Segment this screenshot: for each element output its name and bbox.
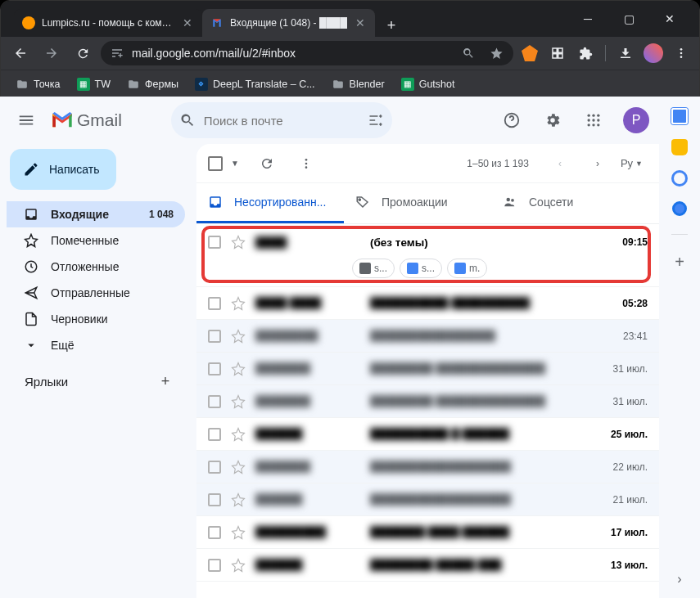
bookmark-label: Blender bbox=[350, 79, 385, 90]
extension-icon[interactable] bbox=[546, 42, 569, 65]
sidebar-item-draft[interactable]: Черновики bbox=[7, 306, 185, 332]
profile-avatar[interactable] bbox=[642, 42, 665, 65]
select-dropdown-icon[interactable]: ▼ bbox=[228, 159, 242, 168]
sidebar-item-more[interactable]: Ещё bbox=[7, 332, 185, 358]
tasks-app-icon[interactable] bbox=[671, 170, 688, 187]
mail-row[interactable]: ██████ ████████ █████ ███ 13 июл. bbox=[196, 549, 659, 582]
mail-row[interactable]: ██████ ██████████ █ ██████ 25 июл. bbox=[196, 418, 659, 451]
row-checkbox[interactable] bbox=[208, 493, 221, 506]
reload-button[interactable] bbox=[70, 40, 96, 66]
attachment-chip[interactable]: m. bbox=[447, 259, 487, 278]
bookmark-item[interactable]: ▦TW bbox=[70, 74, 117, 94]
extension-metamask-icon[interactable] bbox=[518, 42, 541, 65]
sidebar-item-star[interactable]: Помеченные bbox=[7, 227, 185, 254]
row-checkbox[interactable] bbox=[208, 362, 221, 375]
tab-close-icon[interactable]: ✕ bbox=[181, 16, 194, 29]
contacts-app-icon[interactable] bbox=[672, 201, 687, 216]
maximize-button[interactable]: ▢ bbox=[612, 6, 645, 32]
mail-row[interactable]: ████ ████ ██████████ ██████████ 05:28 bbox=[196, 287, 659, 320]
search-box[interactable] bbox=[171, 102, 392, 138]
row-checkbox[interactable] bbox=[208, 526, 221, 539]
browser-tab-lumpics[interactable]: Lumpics.ru - помощь с компью ✕ bbox=[14, 9, 202, 37]
sidebar-item-clock[interactable]: Отложенные bbox=[7, 254, 185, 280]
bookmark-item[interactable]: Blender bbox=[325, 75, 391, 93]
row-checkbox[interactable] bbox=[208, 330, 221, 343]
bookmark-item[interactable]: Точка bbox=[9, 75, 67, 93]
browser-menu-icon[interactable] bbox=[670, 42, 693, 65]
mail-icon bbox=[359, 263, 371, 274]
star-icon[interactable] bbox=[231, 460, 247, 474]
mail-list[interactable]: ████ (без темы) 09:15 s...s...m. ████ ██… bbox=[196, 224, 659, 598]
mail-row[interactable]: ███████ ████████ ██████████████ 31 июл. bbox=[196, 353, 659, 385]
search-input[interactable] bbox=[204, 114, 359, 128]
star-icon[interactable] bbox=[231, 296, 247, 311]
downloads-icon[interactable] bbox=[614, 42, 637, 65]
clock-icon bbox=[23, 259, 39, 274]
row-subject: (без темы) bbox=[370, 236, 603, 249]
minimize-button[interactable]: ─ bbox=[571, 6, 604, 32]
star-icon[interactable] bbox=[231, 394, 247, 409]
mail-row[interactable]: ██████ ██████████████████ 21 июл. bbox=[196, 483, 659, 516]
prev-page-button[interactable]: ‹ bbox=[545, 149, 575, 178]
star-icon[interactable] bbox=[231, 362, 247, 376]
star-icon[interactable] bbox=[231, 492, 247, 507]
close-window-button[interactable]: ✕ bbox=[653, 6, 686, 32]
main-menu-button[interactable] bbox=[10, 104, 43, 137]
mail-row[interactable]: █████████ ███████ ████ ██████ 17 июл. bbox=[196, 516, 659, 549]
more-actions-icon[interactable] bbox=[291, 149, 321, 178]
row-checkbox[interactable] bbox=[208, 395, 221, 408]
help-icon[interactable] bbox=[495, 104, 528, 137]
search-in-page-icon[interactable] bbox=[462, 47, 475, 60]
mail-row[interactable]: ███████ ████████ ██████████████ 31 июл. bbox=[196, 385, 659, 418]
add-label-button[interactable]: + bbox=[154, 370, 177, 393]
collapse-panel-icon[interactable]: › bbox=[677, 572, 681, 587]
star-icon[interactable] bbox=[231, 558, 247, 573]
row-checkbox[interactable] bbox=[208, 461, 221, 474]
row-checkbox[interactable] bbox=[208, 297, 221, 310]
mail-row[interactable]: ████████ ████████████████ 23:41 bbox=[196, 320, 659, 353]
star-icon[interactable] bbox=[231, 525, 247, 540]
svg-point-0 bbox=[680, 48, 683, 51]
bookmark-item[interactable]: Фермы bbox=[120, 75, 185, 93]
category-tab-people[interactable]: Соцсети bbox=[491, 183, 639, 223]
bookmark-label: DeepL Translate – С... bbox=[213, 79, 315, 90]
row-checkbox[interactable] bbox=[208, 236, 221, 249]
tab-close-icon[interactable]: ✕ bbox=[354, 16, 367, 29]
star-icon[interactable] bbox=[231, 427, 247, 442]
star-icon[interactable] bbox=[231, 329, 247, 344]
add-app-button[interactable]: + bbox=[675, 253, 684, 272]
compose-button[interactable]: Написать bbox=[10, 149, 116, 190]
account-avatar[interactable]: P bbox=[623, 107, 649, 133]
site-settings-icon[interactable] bbox=[111, 47, 124, 60]
category-tab-tag[interactable]: Промоакции bbox=[344, 183, 491, 223]
category-tab-inbox[interactable]: Несортированн... bbox=[196, 183, 344, 223]
next-page-button[interactable]: › bbox=[583, 149, 612, 178]
sidebar-item-inbox[interactable]: Входящие1 048 bbox=[7, 201, 185, 227]
attachment-chip[interactable]: s... bbox=[400, 259, 442, 278]
bookmark-item[interactable]: ⋄DeepL Translate – С... bbox=[188, 74, 322, 94]
extensions-puzzle-icon[interactable] bbox=[574, 42, 597, 65]
input-lang-button[interactable]: Ру▼ bbox=[616, 157, 648, 169]
bookmark-star-icon[interactable] bbox=[490, 47, 504, 61]
browser-tab-gmail[interactable]: Входящие (1 048) - ████ ✕ bbox=[202, 9, 375, 37]
address-omnibox[interactable]: mail.googlе.com/mail/u/2/#inbox bbox=[101, 41, 513, 65]
mail-row[interactable]: ███████ ██████████████████ 22 июл. bbox=[196, 451, 659, 483]
forward-button[interactable] bbox=[38, 40, 65, 66]
bookmark-item[interactable]: ▦Gutshot bbox=[395, 74, 462, 94]
refresh-button[interactable] bbox=[252, 149, 282, 178]
select-all-checkbox[interactable] bbox=[208, 156, 223, 171]
search-options-icon[interactable] bbox=[368, 112, 384, 128]
sidebar-item-send[interactable]: Отправленные bbox=[7, 280, 185, 306]
apps-grid-icon[interactable] bbox=[577, 104, 610, 137]
calendar-app-icon[interactable] bbox=[671, 108, 688, 124]
row-checkbox[interactable] bbox=[208, 559, 221, 572]
settings-gear-icon[interactable] bbox=[536, 104, 569, 137]
gmail-logo[interactable]: Gmail bbox=[51, 110, 122, 130]
keep-app-icon[interactable] bbox=[671, 139, 688, 155]
attachment-chip[interactable]: s... bbox=[352, 259, 395, 278]
new-tab-button[interactable]: + bbox=[380, 14, 403, 37]
mail-row-highlighted[interactable]: ████ (без темы) 09:15 bbox=[196, 229, 659, 255]
row-checkbox[interactable] bbox=[208, 428, 221, 441]
back-button[interactable] bbox=[7, 40, 34, 66]
star-icon[interactable] bbox=[231, 235, 247, 250]
